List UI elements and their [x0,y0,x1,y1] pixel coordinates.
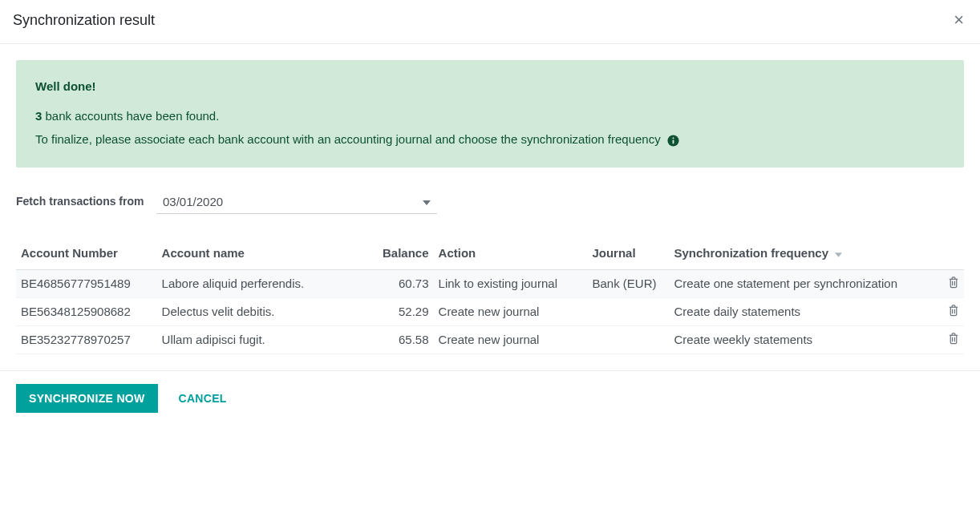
fetch-transactions-row: Fetch transactions from [16,192,964,214]
cell-action[interactable]: Link to existing journal [434,269,588,297]
cell-account-name[interactable]: Delectus velit debitis. [157,297,347,325]
table-row[interactable]: BE35232778970257Ullam adipisci fugit.65.… [16,325,964,353]
cell-delete [931,269,964,297]
cell-action[interactable]: Create new journal [434,325,588,353]
col-header-account-number[interactable]: Account Number [16,238,157,270]
delete-row-button[interactable] [948,333,959,347]
delete-row-button[interactable] [948,305,959,319]
cell-sync-freq[interactable]: Create daily statements [670,297,932,325]
modal-header: Synchronization result × [0,0,980,44]
table-header-row: Account Number Account name Balance Acti… [16,238,964,270]
fetch-date-input[interactable] [163,195,423,208]
col-header-journal[interactable]: Journal [587,238,669,270]
sync-result-modal: Synchronization result × Well done! 3 ba… [0,0,980,426]
col-header-action[interactable]: Action [434,238,588,270]
cell-account-name[interactable]: Labore aliquid perferendis. [157,269,347,297]
cell-action[interactable]: Create new journal [434,297,588,325]
accounts-table: Account Number Account name Balance Acti… [16,238,964,354]
close-icon: × [954,10,964,30]
cell-delete [931,297,964,325]
cell-journal[interactable] [587,297,669,325]
svg-rect-1 [672,139,674,143]
cell-account-number[interactable]: BE46856777951489 [16,269,157,297]
table-row[interactable]: BE46856777951489Labore aliquid perferend… [16,269,964,297]
fetch-label: Fetch transactions from [16,192,156,210]
success-alert: Well done! 3 bank accounts have been fou… [16,60,964,168]
modal-footer: Synchronize now Cancel [0,370,980,426]
cell-journal[interactable] [587,325,669,353]
alert-finalize-text: To finalize, please associate each bank … [35,132,945,147]
svg-point-2 [672,137,674,139]
trash-icon [948,307,959,319]
fetch-date-field[interactable] [156,192,437,214]
col-header-sync-freq[interactable]: Synchronization frequency [670,238,932,270]
cell-sync-freq[interactable]: Create weekly statements [670,325,932,353]
trash-icon [948,279,959,291]
cancel-button[interactable]: Cancel [179,392,227,405]
caret-down-icon[interactable] [423,195,431,208]
cell-delete [931,325,964,353]
info-icon[interactable] [667,135,679,147]
cell-balance[interactable]: 60.73 [346,269,433,297]
cell-journal[interactable]: Bank (EUR) [587,269,669,297]
col-header-balance[interactable]: Balance [346,238,433,270]
trash-icon [948,335,959,347]
synchronize-now-button[interactable]: Synchronize now [16,384,158,413]
cell-sync-freq[interactable]: Create one statement per synchronization [670,269,932,297]
cell-balance[interactable]: 65.58 [346,325,433,353]
cell-account-number[interactable]: BE35232778970257 [16,325,157,353]
cell-account-number[interactable]: BE56348125908682 [16,297,157,325]
modal-title: Synchronization result [13,12,155,29]
close-button[interactable]: × [950,11,967,29]
table-row[interactable]: BE56348125908682Delectus velit debitis.5… [16,297,964,325]
alert-accounts-found: 3 bank accounts have been found. [35,109,945,123]
alert-title: Well done! [35,79,945,93]
cell-account-name[interactable]: Ullam adipisci fugit. [157,325,347,353]
cell-balance[interactable]: 52.29 [346,297,433,325]
col-header-delete [931,238,964,270]
sort-desc-icon [835,246,842,260]
col-header-account-name[interactable]: Account name [157,238,347,270]
modal-body: Well done! 3 bank accounts have been fou… [0,44,980,370]
delete-row-button[interactable] [948,277,959,291]
